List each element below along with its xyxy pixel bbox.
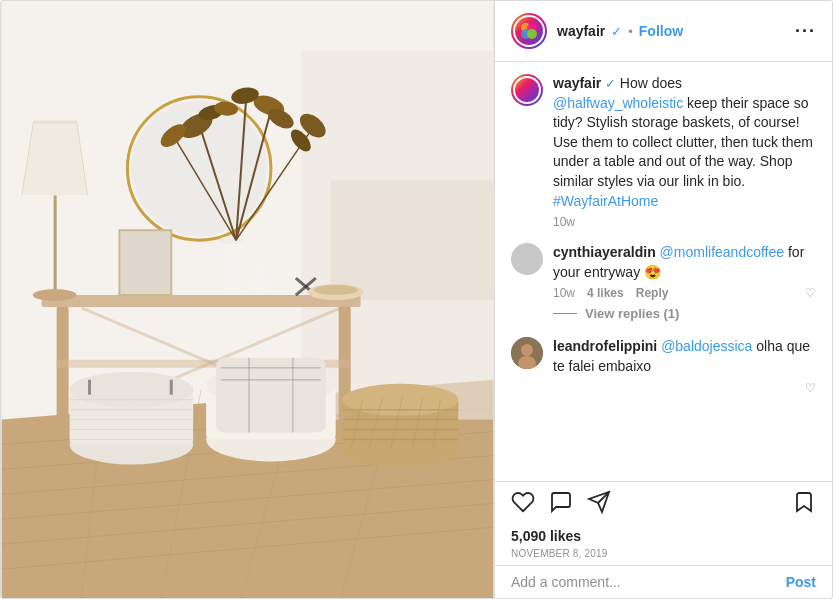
- svg-point-86: [527, 29, 537, 39]
- view-replies-line: [553, 313, 577, 314]
- header-dot: •: [628, 24, 633, 39]
- view-replies-text[interactable]: View replies (1): [585, 306, 679, 321]
- caption-body: wayfair ✓ How does @halfway_wholeistic k…: [553, 74, 816, 229]
- add-comment-bar: Post: [495, 565, 832, 598]
- comments-area[interactable]: wayfair ✓ How does @halfway_wholeistic k…: [495, 62, 832, 481]
- caption-avatar-inner: [515, 78, 539, 102]
- action-bar: [495, 481, 832, 522]
- svg-point-21: [33, 289, 77, 301]
- svg-rect-66: [216, 358, 326, 433]
- comment-1-text: cynthiayeraldin @momlifeandcoffee for yo…: [553, 243, 816, 282]
- caption-text-start: How does: [620, 75, 682, 91]
- header-username[interactable]: wayfair: [557, 23, 605, 39]
- reply-button-1[interactable]: Reply: [636, 286, 669, 300]
- svg-point-32: [219, 236, 243, 244]
- header-avatar-inner: [515, 17, 543, 45]
- comment-1-mention[interactable]: @momlifeandcoffee: [660, 244, 784, 260]
- svg-rect-14: [42, 295, 361, 307]
- post-image: [1, 1, 494, 598]
- comment-2-username[interactable]: leandrofelippini: [553, 338, 657, 354]
- comment-1-meta: 10w 4 likes Reply ♡: [553, 286, 816, 300]
- caption-username[interactable]: wayfair: [553, 75, 601, 91]
- caption-meta: 10w: [553, 215, 816, 229]
- add-comment-input[interactable]: [511, 574, 786, 590]
- header-avatar[interactable]: [511, 13, 547, 49]
- comment-2-body: leandrofelippini @baldojessica olha que …: [553, 337, 816, 394]
- caption-mention[interactable]: @halfway_wholeistic: [553, 95, 683, 111]
- comment-2-avatar: [511, 337, 543, 369]
- comment-2-mention[interactable]: @baldojessica: [661, 338, 752, 354]
- caption-time: 10w: [553, 215, 575, 229]
- svg-point-52: [314, 285, 358, 295]
- caption-avatar: [511, 74, 543, 106]
- post-content: wayfair ✓ • Follow ··· wayfair ✓ How doe…: [494, 1, 832, 598]
- svg-rect-34: [253, 260, 269, 285]
- comment-1-time: 10w: [553, 286, 575, 300]
- main-caption: wayfair ✓ How does @halfway_wholeistic k…: [511, 74, 816, 229]
- svg-rect-31: [219, 240, 243, 295]
- caption-hashtag[interactable]: #WayfairAtHome: [553, 193, 658, 209]
- comment-1: cynthiayeraldin @momlifeandcoffee for yo…: [511, 243, 816, 323]
- post-header: wayfair ✓ • Follow ···: [495, 1, 832, 62]
- comment-icon[interactable]: [549, 490, 573, 518]
- caption-verified: ✓: [605, 76, 620, 91]
- follow-button[interactable]: Follow: [639, 23, 683, 39]
- comment-2-meta: ♡: [553, 381, 816, 395]
- header-info: wayfair ✓ • Follow: [557, 23, 795, 39]
- comment-1-username[interactable]: cynthiayeraldin: [553, 244, 656, 260]
- svg-rect-30: [125, 235, 165, 287]
- more-options-button[interactable]: ···: [795, 21, 816, 42]
- header-verified: ✓: [611, 24, 622, 39]
- comment-1-body: cynthiayeraldin @momlifeandcoffee for yo…: [553, 243, 816, 323]
- svg-point-88: [521, 344, 533, 356]
- post-date: NOVEMBER 8, 2019: [495, 544, 832, 565]
- likes-count: 5,090 likes: [495, 528, 832, 544]
- svg-rect-20: [54, 195, 57, 295]
- svg-rect-25: [34, 121, 77, 124]
- heart-icon[interactable]: [511, 490, 535, 518]
- action-icons: [511, 490, 816, 518]
- caption-text: wayfair ✓ How does @halfway_wholeistic k…: [553, 74, 816, 211]
- bookmark-icon[interactable]: [792, 490, 816, 518]
- share-icon[interactable]: [587, 490, 611, 518]
- post-button[interactable]: Post: [786, 574, 816, 590]
- post-container: wayfair ✓ • Follow ··· wayfair ✓ How doe…: [0, 0, 833, 599]
- comment-1-heart[interactable]: ♡: [805, 286, 816, 300]
- comment-2-text: leandrofelippini @baldojessica olha que …: [553, 337, 816, 376]
- svg-rect-13: [331, 180, 493, 300]
- comment-1-likes: 4 likes: [587, 286, 624, 300]
- comment-1-avatar: [511, 243, 543, 275]
- comment-2-heart[interactable]: ♡: [805, 381, 816, 395]
- view-replies-1[interactable]: View replies (1): [553, 306, 816, 321]
- comment-2: leandrofelippini @baldojessica olha que …: [511, 337, 816, 394]
